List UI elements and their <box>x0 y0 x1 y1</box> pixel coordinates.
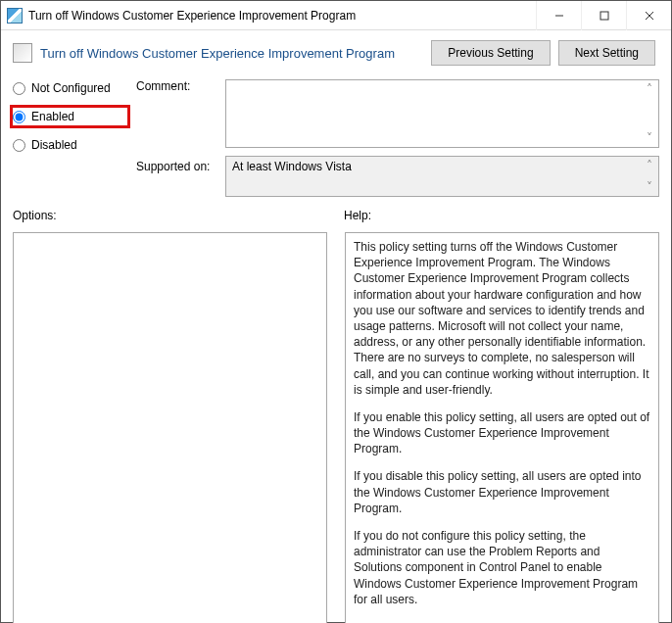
supported-label: Supported on: <box>136 156 219 173</box>
policy-icon <box>7 8 23 24</box>
radio-not-configured[interactable]: Not Configured <box>13 81 130 95</box>
scroll-down-icon <box>643 180 656 194</box>
help-panel: This policy setting turns off the Window… <box>345 232 659 623</box>
titlebar: Turn off Windows Customer Experience Imp… <box>1 1 671 30</box>
options-panel <box>13 232 327 623</box>
supported-on-field: At least Windows Vista <box>225 156 659 197</box>
radio-enabled-input[interactable] <box>13 111 25 123</box>
options-label: Options: <box>13 209 326 226</box>
radio-not-configured-label: Not Configured <box>31 81 111 95</box>
window-buttons <box>536 1 671 30</box>
radio-disabled-input[interactable] <box>13 139 25 152</box>
help-paragraph: If you disable this policy setting, all … <box>354 468 650 516</box>
comment-label: Comment: <box>136 79 219 148</box>
supported-on-value: At least Windows Vista <box>232 160 352 173</box>
minimize-button[interactable] <box>536 1 581 30</box>
help-paragraph: If you do not configure this policy sett… <box>354 528 650 607</box>
next-setting-button[interactable]: Next Setting <box>558 40 655 66</box>
radio-not-configured-input[interactable] <box>13 82 25 95</box>
scroll-up-icon <box>643 159 656 172</box>
nav-buttons: Previous Setting Next Setting <box>431 40 659 66</box>
radio-enabled-label: Enabled <box>31 110 74 123</box>
mid-labels: Options: Help: <box>13 197 659 226</box>
close-button[interactable] <box>626 1 671 30</box>
content-area: Not Configured Enabled Disabled Comment:… <box>1 72 671 623</box>
panels: This policy setting turns off the Window… <box>13 226 659 623</box>
dialog-window: Turn off Windows Customer Experience Imp… <box>0 0 672 623</box>
header-row: Turn off Windows Customer Experience Imp… <box>1 30 671 72</box>
top-grid: Not Configured Enabled Disabled Comment:… <box>13 72 659 197</box>
help-paragraph: This policy setting turns off the Window… <box>354 239 650 398</box>
dialog-icon <box>13 43 32 63</box>
comment-field[interactable] <box>225 79 659 148</box>
window-title: Turn off Windows Customer Experience Imp… <box>28 9 536 23</box>
scroll-up-icon[interactable] <box>643 82 656 96</box>
help-paragraph: If you enable this policy setting, all u… <box>354 409 650 457</box>
scroll-down-icon[interactable] <box>643 131 656 145</box>
help-label: Help: <box>344 209 659 226</box>
maximize-button[interactable] <box>581 1 626 30</box>
state-radios: Not Configured Enabled Disabled <box>13 79 130 197</box>
radio-disabled-label: Disabled <box>31 138 77 152</box>
svg-rect-1 <box>600 12 608 20</box>
previous-setting-button[interactable]: Previous Setting <box>431 40 550 66</box>
header-title: Turn off Windows Customer Experience Imp… <box>40 46 423 61</box>
radio-enabled[interactable]: Enabled <box>10 105 130 128</box>
radio-disabled[interactable]: Disabled <box>13 138 130 152</box>
